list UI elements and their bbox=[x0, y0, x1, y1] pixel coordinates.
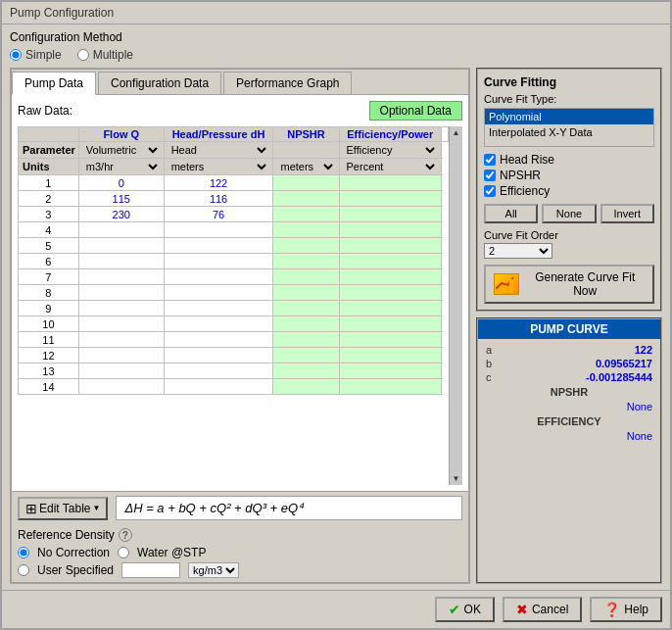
scroll-down-arrow[interactable]: ▼ bbox=[451, 472, 462, 485]
row-eff[interactable] bbox=[339, 191, 441, 207]
row-npshr[interactable] bbox=[273, 222, 339, 238]
row-head[interactable]: 122 bbox=[164, 175, 273, 191]
row-head[interactable] bbox=[164, 222, 273, 238]
row-npshr[interactable] bbox=[273, 316, 339, 332]
row-flow[interactable]: 230 bbox=[78, 207, 164, 222]
row-npshr[interactable] bbox=[273, 238, 339, 254]
row-eff[interactable] bbox=[339, 269, 441, 285]
units-head-select[interactable]: meters bbox=[168, 160, 270, 173]
raw-data-label: Raw Data: bbox=[18, 104, 72, 118]
water-stp-radio[interactable] bbox=[118, 547, 129, 558]
multiple-radio[interactable] bbox=[77, 49, 89, 61]
row-npshr[interactable] bbox=[273, 175, 339, 191]
no-correction-radio[interactable] bbox=[18, 547, 29, 558]
row-flow[interactable] bbox=[78, 332, 164, 348]
row-eff[interactable] bbox=[339, 301, 441, 316]
row-npshr[interactable] bbox=[273, 269, 339, 285]
row-npshr[interactable] bbox=[273, 348, 339, 363]
curve-fit-order-select[interactable]: 1 2 3 4 bbox=[484, 243, 552, 259]
generate-curve-button[interactable]: Generate Curve Fit Now bbox=[484, 265, 654, 304]
units-flow-select[interactable]: m3/hr bbox=[82, 160, 161, 173]
units-eff-select[interactable]: Percent bbox=[343, 160, 438, 173]
param-eff-select[interactable]: Efficiency bbox=[343, 143, 438, 157]
row-flow[interactable] bbox=[78, 379, 164, 395]
tab-configuration-data[interactable]: Configuration Data bbox=[98, 72, 221, 94]
simple-radio[interactable] bbox=[10, 49, 22, 61]
all-button[interactable]: All bbox=[484, 204, 538, 223]
row-flow[interactable]: 115 bbox=[78, 191, 164, 207]
tab-pump-data[interactable]: Pump Data bbox=[12, 72, 96, 95]
row-npshr[interactable] bbox=[273, 285, 339, 301]
scroll-up-arrow[interactable]: ▲ bbox=[451, 126, 462, 139]
pump-curve-table: a 122 b 0.09565217 c -0.001285444 NPSHR … bbox=[478, 339, 660, 447]
row-head[interactable] bbox=[164, 348, 273, 363]
row-eff[interactable] bbox=[339, 222, 441, 238]
ref-density-help-icon[interactable]: ? bbox=[119, 528, 132, 542]
row-eff[interactable] bbox=[339, 379, 441, 395]
row-head[interactable] bbox=[164, 301, 273, 316]
row-eff[interactable] bbox=[339, 175, 441, 191]
param-flow-select[interactable]: Volumetric bbox=[82, 143, 161, 157]
row-head[interactable]: 116 bbox=[164, 191, 273, 207]
row-flow[interactable] bbox=[78, 316, 164, 332]
fit-type-polynomial[interactable]: Polynomial bbox=[485, 109, 653, 124]
tab-performance-graph[interactable]: Performance Graph bbox=[223, 72, 352, 94]
checkbox-efficiency[interactable]: Efficiency bbox=[484, 184, 654, 198]
row-npshr[interactable] bbox=[273, 301, 339, 316]
simple-radio-item[interactable]: Simple bbox=[10, 48, 62, 62]
edit-table-button[interactable]: ⊞ Edit Table ▼ bbox=[18, 497, 108, 520]
row-flow[interactable] bbox=[78, 301, 164, 316]
row-flow[interactable] bbox=[78, 285, 164, 301]
row-flow[interactable]: 0 bbox=[78, 175, 164, 191]
density-unit-select[interactable]: kg/m3 bbox=[188, 562, 239, 578]
row-head[interactable] bbox=[164, 238, 273, 254]
invert-button[interactable]: Invert bbox=[600, 204, 654, 223]
table-scroll-area[interactable]: Flow Q Head/Pressure dH NPSHR bbox=[18, 126, 449, 485]
row-head[interactable] bbox=[164, 363, 273, 379]
row-flow[interactable] bbox=[78, 269, 164, 285]
row-npshr[interactable] bbox=[273, 363, 339, 379]
row-head[interactable] bbox=[164, 269, 273, 285]
row-npshr[interactable] bbox=[273, 207, 339, 222]
row-head[interactable] bbox=[164, 379, 273, 395]
user-specified-radio[interactable] bbox=[18, 564, 29, 576]
multiple-radio-item[interactable]: Multiple bbox=[77, 48, 133, 62]
checkbox-npshr[interactable]: NPSHR bbox=[484, 169, 654, 182]
row-eff[interactable] bbox=[339, 254, 441, 269]
density-input-field[interactable] bbox=[121, 562, 180, 578]
row-npshr[interactable] bbox=[273, 191, 339, 207]
help-button[interactable]: ❓ Help bbox=[590, 597, 662, 622]
row-eff[interactable] bbox=[339, 238, 441, 254]
vertical-scrollbar[interactable]: ▲ ▼ bbox=[449, 126, 462, 485]
checkbox-head-rise[interactable]: Head Rise bbox=[484, 153, 654, 167]
row-eff[interactable] bbox=[339, 332, 441, 348]
row-flow[interactable] bbox=[78, 348, 164, 363]
row-flow[interactable] bbox=[78, 254, 164, 269]
row-head[interactable] bbox=[164, 254, 273, 269]
row-npshr[interactable] bbox=[273, 332, 339, 348]
units-npshr-select[interactable]: meters bbox=[276, 160, 335, 173]
fit-type-interpolated[interactable]: Interpolated X-Y Data bbox=[485, 124, 653, 140]
row-npshr[interactable] bbox=[273, 379, 339, 395]
efficiency-checkbox[interactable] bbox=[484, 185, 496, 197]
row-head[interactable]: 76 bbox=[164, 207, 273, 222]
row-eff[interactable] bbox=[339, 363, 441, 379]
row-head[interactable] bbox=[164, 332, 273, 348]
row-head[interactable] bbox=[164, 285, 273, 301]
row-flow[interactable] bbox=[78, 363, 164, 379]
ok-button[interactable]: ✔ OK bbox=[435, 597, 495, 622]
row-flow[interactable] bbox=[78, 238, 164, 254]
row-npshr[interactable] bbox=[273, 254, 339, 269]
npshr-checkbox[interactable] bbox=[484, 170, 496, 181]
row-flow[interactable] bbox=[78, 222, 164, 238]
row-head[interactable] bbox=[164, 316, 273, 332]
none-button[interactable]: None bbox=[542, 204, 596, 223]
row-eff[interactable] bbox=[339, 316, 441, 332]
head-rise-checkbox[interactable] bbox=[484, 154, 496, 166]
row-eff[interactable] bbox=[339, 207, 441, 222]
cancel-button[interactable]: ✖ Cancel bbox=[503, 597, 582, 622]
row-eff[interactable] bbox=[339, 285, 441, 301]
param-head-select[interactable]: Head bbox=[168, 143, 270, 157]
optional-data-button[interactable]: Optional Data bbox=[369, 101, 462, 121]
row-eff[interactable] bbox=[339, 348, 441, 363]
